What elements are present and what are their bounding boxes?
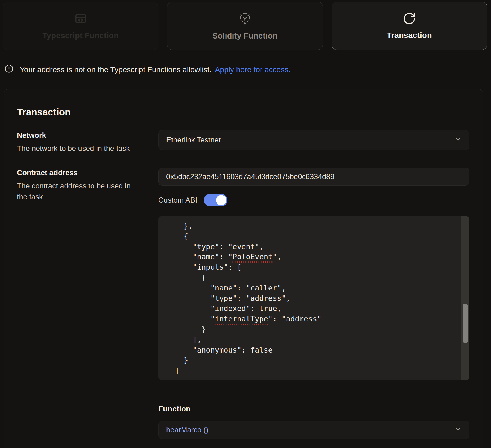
network-description: The network to be used in the task [17,143,137,154]
tab-label: Typescript Function [42,31,119,40]
tab-label: Solidity Function [212,31,278,40]
abi-code-editor[interactable]: }, { "type": "event", "name": "PoloEvent… [158,216,469,380]
allowlist-alert: Your address is not on the Typescript Fu… [4,64,491,75]
apply-access-link[interactable]: Apply here for access. [215,65,291,74]
contract-address-value: 0x5dbc232ae4511603d7a45f3dce075be0c6334d… [166,173,334,181]
network-select[interactable]: Etherlink Testnet [158,130,469,150]
code-scrollbar-thumb[interactable] [463,304,468,343]
panel-title: Transaction [17,107,469,118]
custom-abi-toggle[interactable] [204,194,227,206]
code-window-icon [74,11,88,26]
function-label: Function [158,405,469,413]
function-select-value: hearMarco () [166,426,209,434]
tab-solidity-function[interactable]: Solidity Function [167,2,323,50]
abi-code-content: }, { "type": "event", "name": "PoloEvent… [158,216,469,380]
code-scrollbar-track[interactable] [461,216,469,380]
custom-abi-label: Custom ABI [158,196,197,205]
tab-label: Transaction [387,31,432,40]
contract-address-label: Contract address [17,168,137,177]
rotate-cw-icon [402,12,416,25]
network-row: Network The network to be used in the ta… [17,130,469,154]
alert-text: Your address is not on the Typescript Fu… [20,65,212,74]
custom-abi-row: Custom ABI [158,194,469,206]
tab-transaction[interactable]: Transaction [332,2,487,50]
contract-address-description: The contract address to be used in the t… [17,181,137,202]
transaction-panel: Transaction Network The network to be us… [4,89,483,448]
alert-circle-icon [4,64,20,75]
network-label: Network [17,130,137,140]
function-select[interactable]: hearMarco () [158,421,469,439]
task-type-tabs: Typescript Function Solidity Function Tr [3,2,487,50]
deployed-code-icon [238,11,252,26]
network-select-value: Etherlink Testnet [166,136,221,144]
contract-address-input[interactable]: 0x5dbc232ae4511603d7a45f3dce075be0c6334d… [158,168,469,186]
chevron-down-icon [454,135,463,146]
toggle-knob [216,195,226,205]
chevron-down-icon [454,425,463,435]
tab-typescript-function[interactable]: Typescript Function [3,2,158,50]
contract-row: Contract address The contract address to… [17,168,469,439]
